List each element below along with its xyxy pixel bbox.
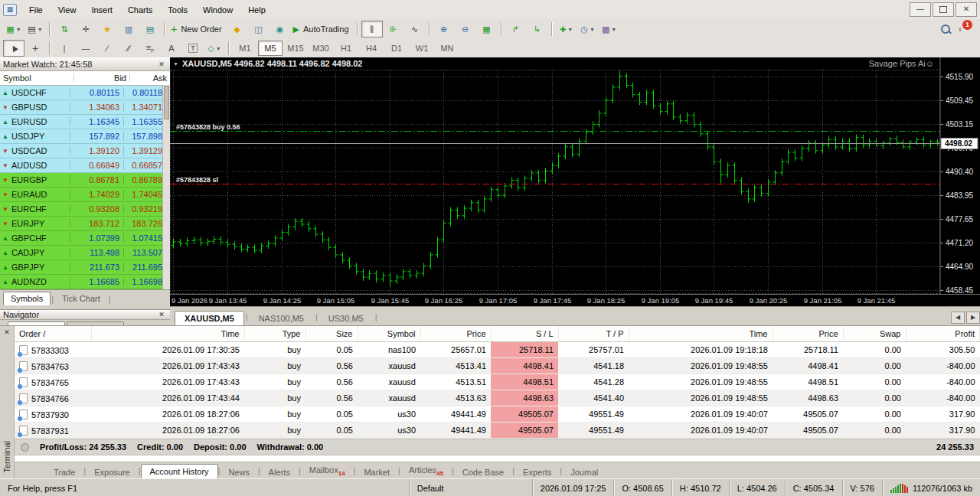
- market-watch-row-eurjpy[interactable]: ▼EURJPY183.712183.726: [0, 217, 170, 231]
- orders-column-price[interactable]: Price: [420, 326, 491, 342]
- timeframe-m5[interactable]: M5: [258, 41, 283, 56]
- timeframe-d1[interactable]: D1: [384, 41, 409, 56]
- terminal-tab-trade[interactable]: Trade: [45, 465, 83, 479]
- timeframe-w1[interactable]: W1: [410, 41, 434, 56]
- menu-charts[interactable]: Charts: [120, 2, 160, 18]
- market-watch-toggle-button[interactable]: ▥: [118, 21, 139, 38]
- market-watch-tab-symbols[interactable]: Symbols: [3, 292, 51, 305]
- zoom-in-button[interactable]: ⊕: [433, 21, 455, 38]
- market-watch-row-eurusd[interactable]: ▲EURUSD1.163451.16355: [0, 115, 170, 129]
- text-tool-button[interactable]: A: [161, 40, 182, 57]
- terminal-tab-articles[interactable]: Articles45: [400, 463, 452, 479]
- scroll-left-icon[interactable]: ◀: [951, 312, 965, 324]
- terminal-tab-experts[interactable]: Experts: [514, 465, 560, 479]
- trendline-button[interactable]: ∕: [96, 40, 118, 57]
- channel-button[interactable]: ∕∕: [118, 40, 139, 57]
- orders-column-symbol[interactable]: Symbol: [358, 326, 420, 342]
- crosshair-mode-button[interactable]: ✛: [75, 21, 96, 38]
- terminal-close-icon[interactable]: ✕: [4, 326, 10, 338]
- timeframe-m1[interactable]: M1: [233, 41, 257, 56]
- cursor-button[interactable]: ▶: [3, 40, 24, 57]
- market-watch-scrollbar[interactable]: [162, 85, 170, 289]
- market-watch-row-eurgbp[interactable]: ▼EURGBP0.867810.86789: [0, 173, 170, 188]
- bar-chart-mode-button[interactable]: ⫼: [361, 21, 383, 38]
- timeframe-mn[interactable]: MN: [435, 41, 459, 56]
- new-order-button[interactable]: 🞤 New Order: [168, 21, 227, 38]
- menu-view[interactable]: View: [51, 2, 84, 18]
- minimize-button[interactable]: —: [910, 2, 931, 17]
- market-watch-tab-tick-chart[interactable]: Tick Chart: [54, 292, 108, 305]
- market-watch-row-euraud[interactable]: ▼EURAUD1.740291.74045: [0, 188, 170, 202]
- terminal-tab-code-base[interactable]: Code Base: [454, 465, 512, 479]
- favorites-button[interactable]: ★: [96, 21, 118, 38]
- signals-button[interactable]: ◉: [270, 21, 291, 38]
- orders-column-size[interactable]: Size: [305, 326, 358, 342]
- terminal-tab-alerts[interactable]: Alerts: [260, 465, 299, 479]
- periods-button[interactable]: ◷▼: [577, 21, 599, 38]
- line-chart-mode-button[interactable]: ∿: [404, 21, 426, 38]
- metaeditor-button[interactable]: ◆: [227, 21, 248, 38]
- menu-file[interactable]: File: [21, 2, 51, 18]
- orders-column-sl[interactable]: S / L: [491, 326, 558, 342]
- chart-tab-xauusd-m5[interactable]: XAUUSD,M5: [175, 311, 244, 326]
- autotrading-button[interactable]: ▶ AutoTrading: [291, 21, 354, 38]
- terminal-tab-mailbox[interactable]: Mailbox14: [301, 463, 354, 479]
- timeframe-m15[interactable]: M15: [283, 41, 308, 56]
- notifications-icon[interactable]: ◖1: [957, 24, 969, 34]
- terminal-tab-journal[interactable]: Journal: [562, 465, 606, 479]
- menu-insert[interactable]: Insert: [83, 2, 120, 18]
- auto-scroll-button[interactable]: ↱: [505, 21, 527, 38]
- orders-column-type[interactable]: Type: [244, 326, 305, 342]
- order-row-57833303[interactable]: 578333032026.01.09 17:30:35buy0.05nas100…: [15, 342, 980, 358]
- indicators-button[interactable]: 🞦▼: [556, 21, 577, 38]
- column-symbol[interactable]: Symbol: [0, 73, 74, 83]
- terminal-tab-market[interactable]: Market: [355, 465, 398, 479]
- column-bid[interactable]: Bid: [74, 73, 129, 83]
- status-profile[interactable]: Default: [410, 479, 533, 496]
- menu-tools[interactable]: Tools: [160, 2, 195, 18]
- search-icon[interactable]: [940, 24, 951, 34]
- chart-tab-nas100-m5[interactable]: NAS100,M5: [249, 311, 314, 326]
- refresh-button[interactable]: ⇅: [54, 21, 75, 38]
- horizontal-line-button[interactable]: —: [75, 40, 96, 57]
- label-tool-button[interactable]: T: [182, 40, 204, 57]
- orders-column-time[interactable]: Time: [629, 326, 773, 342]
- order-row-57834763[interactable]: 578347632026.01.09 17:43:43buy0.56xauusd…: [15, 358, 980, 374]
- new-chart-button[interactable]: ▦▼: [3, 21, 24, 38]
- fibonacci-button[interactable]: ≡F: [139, 40, 161, 57]
- orders-column-time[interactable]: Time: [91, 326, 244, 342]
- terminal-tab-news[interactable]: News: [220, 465, 258, 479]
- timeframe-m30[interactable]: M30: [309, 41, 333, 56]
- candlestick-mode-button[interactable]: ⊪: [383, 21, 404, 38]
- market-watch-close-icon[interactable]: ✕: [156, 60, 167, 68]
- market-watch-row-gbpchf[interactable]: ▲GBPCHF1.073991.07415: [0, 231, 170, 246]
- order-row-57837930[interactable]: 578379302026.01.09 18:27:06buy0.05us3049…: [15, 406, 980, 423]
- market-watch-row-gbpusd[interactable]: ▼GBPUSD1.340631.34071: [0, 100, 170, 115]
- order-row-57834765[interactable]: 578347652026.01.09 17:43:43buy0.56xauusd…: [15, 374, 980, 390]
- order-row-57837931[interactable]: 578379312026.01.09 18:27:06buy0.05us3049…: [15, 423, 980, 439]
- menu-window[interactable]: Window: [195, 2, 240, 18]
- profiles-button[interactable]: ▤▼: [24, 21, 46, 38]
- order-row-57834766[interactable]: 578347662026.01.09 17:43:44buy0.56xauusd…: [15, 390, 980, 406]
- timeframe-h1[interactable]: H1: [334, 41, 358, 56]
- terminal-tab-exposure[interactable]: Exposure: [86, 465, 138, 479]
- orders-column-price[interactable]: Price: [773, 326, 843, 342]
- orders-column-order[interactable]: Order /: [15, 326, 91, 342]
- orders-column-profit[interactable]: Profit: [906, 326, 980, 342]
- timeframe-h4[interactable]: H4: [359, 41, 384, 56]
- menu-help[interactable]: Help: [240, 2, 273, 18]
- data-window-button[interactable]: ▤: [139, 21, 161, 38]
- virtual-hosting-button[interactable]: ◫: [248, 21, 270, 38]
- market-watch-row-audusd[interactable]: ▼AUDUSD0.668490.66857: [0, 158, 170, 173]
- price-chart[interactable]: 9 Jan 20269 Jan 13:459 Jan 14:259 Jan 15…: [170, 57, 980, 306]
- templates-button[interactable]: ▩▼: [599, 21, 620, 38]
- vertical-line-button[interactable]: |: [54, 40, 75, 57]
- scrollbar-thumb[interactable]: [164, 86, 169, 119]
- market-watch-row-eurchf[interactable]: ▼EURCHF0.932080.93219: [0, 202, 170, 217]
- restore-button[interactable]: [933, 2, 954, 17]
- market-watch-row-cadjpy[interactable]: ▲CADJPY113.498113.507: [0, 246, 170, 260]
- terminal-tab-account-history[interactable]: Account History: [141, 464, 218, 479]
- scroll-right-icon[interactable]: ▶: [966, 312, 980, 324]
- market-watch-row-usdcad[interactable]: ▼USDCAD1.391201.39129: [0, 144, 170, 158]
- market-watch-row-usdchf[interactable]: ▲USDCHF0.801150.80118: [0, 86, 170, 100]
